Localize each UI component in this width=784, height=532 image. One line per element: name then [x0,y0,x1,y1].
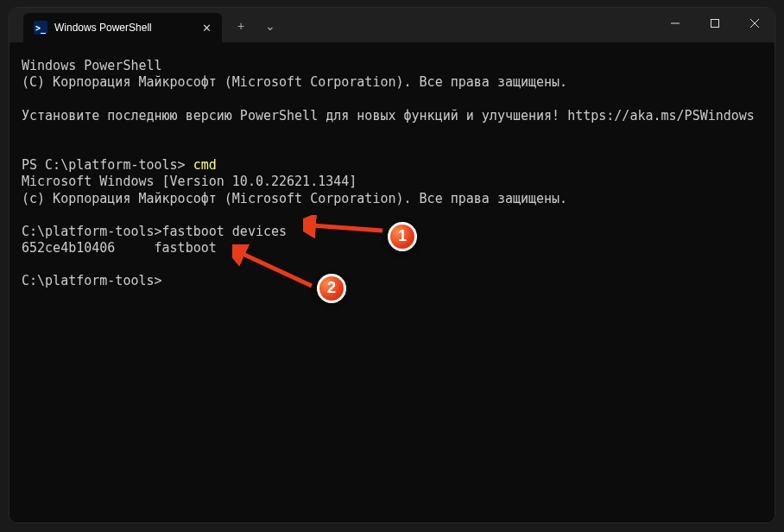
terminal-link[interactable]: https://aka.ms/PSWindows [567,108,755,124]
powershell-icon: >_ [34,21,47,35]
terminal-line: 652ce4b10406 fastboot [22,240,217,256]
annotation-1: 1 [303,215,417,258]
close-tab-button[interactable]: ✕ [199,21,213,35]
terminal-line: Windows PowerShell [22,58,162,73]
prompt: C:\platform-tools> [22,273,162,288]
tab-actions: + ⌄ [229,14,284,38]
arrow-icon [232,244,319,296]
command-text: cmd [193,157,217,173]
terminal-output[interactable]: Windows PowerShell (C) Корпорация Майкро… [9,42,775,522]
badge-number: 2 [317,274,346,303]
tab-dropdown-button[interactable]: ⌄ [256,14,284,38]
close-window-button[interactable] [735,8,775,39]
new-tab-button[interactable]: + [229,14,253,38]
arrow-icon [303,215,389,258]
terminal-window: >_ Windows PowerShell ✕ + ⌄ Windows Powe… [9,7,775,523]
titlebar: >_ Windows PowerShell ✕ + ⌄ [9,8,775,42]
command-text: fastboot devices [162,224,288,239]
terminal-line: (c) Корпорация Майкрософт (Microsoft Cor… [22,191,567,206]
annotation-2: 2 [232,238,346,303]
svg-line-7 [241,253,312,286]
svg-line-5 [312,225,383,231]
badge-number: 1 [388,222,417,251]
terminal-line: Установите последнюю версию PowerShell д… [22,108,567,124]
terminal-line: (C) Корпорация Майкрософт (Microsoft Cor… [22,74,567,90]
tab-title: Windows PowerShell [54,22,193,34]
minimize-button[interactable] [655,8,695,39]
tab-active[interactable]: >_ Windows PowerShell ✕ [23,13,222,42]
svg-rect-1 [711,20,719,28]
prompt: PS C:\platform-tools> [22,157,193,173]
window-controls [655,8,775,39]
prompt: C:\platform-tools> [22,224,162,239]
terminal-line: Microsoft Windows [Version 10.0.22621.13… [22,174,357,189]
maximize-button[interactable] [695,8,735,39]
